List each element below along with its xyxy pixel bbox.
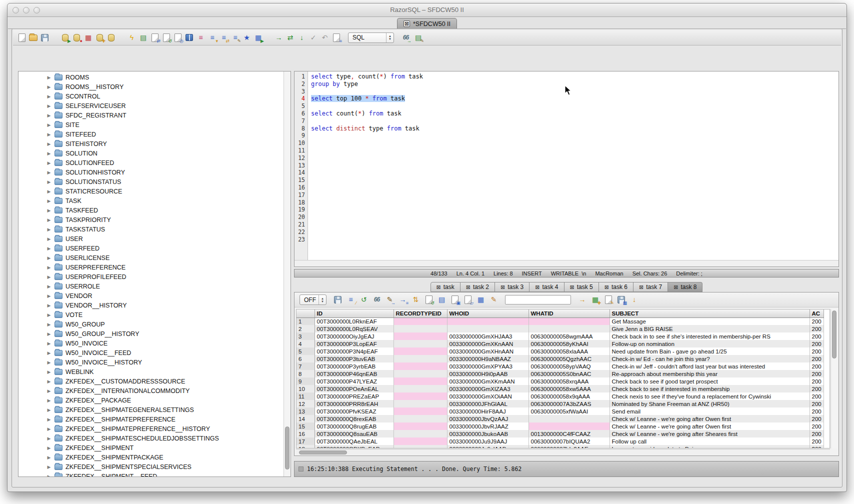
cell-id[interactable]: 00T3000000P46qnEAB [314, 370, 394, 378]
cell-recordtypeid[interactable] [394, 362, 447, 370]
tree-item-sfdc-registrant[interactable]: ▶SFDC_REGISTRANT [18, 110, 284, 120]
cell-id[interactable]: 00T3000000PRR8rEAH [314, 400, 394, 408]
expand-arrow-icon[interactable]: ▶ [46, 104, 52, 108]
expand-arrow-icon[interactable]: ▶ [46, 436, 52, 441]
cell-whoid[interactable]: 0033000000GmXHJAA3 [447, 332, 528, 340]
expand-arrow-icon[interactable]: ▶ [46, 75, 52, 80]
cell-rownum[interactable]: 9 [296, 378, 314, 385]
tree-item-zkfedex-internationalcommodity[interactable]: ▶ZKFEDEX__INTERNATIONALCOMMODITY [18, 386, 284, 396]
editor-hscrollbar[interactable] [294, 260, 838, 266]
expand-arrow-icon[interactable]: ▶ [46, 122, 52, 128]
table-row[interactable]: 300T3000000OiyJgEAJ0033000000GmXHJAA3006… [296, 332, 824, 340]
cell-recordtypeid[interactable] [394, 355, 447, 362]
cell-subject[interactable]: Check-in w/ Ed - can he join this year? [610, 355, 810, 362]
expand-arrow-icon[interactable]: ▶ [46, 322, 52, 327]
cell-whoid[interactable]: 0033000000HirF8AAJ [447, 408, 528, 415]
table-row[interactable]: 1100T3000000PREZaEAP0033000000GmXOiAAN00… [296, 392, 824, 400]
tree-item-zkfedex-shipment[interactable]: ▶ZKFEDEX__SHIPMENT [18, 443, 284, 452]
tree-item-zkfedex-shipmatepreference-history[interactable]: ▶ZKFEDEX__SHIPMATEPREFERENCE__HISTORY [18, 424, 284, 434]
tree-item-zkfedex-shipmatescheduledjobssettings[interactable]: ▶ZKFEDEX__SHIPMATESCHEDULEDJOBSSETTINGS [18, 434, 284, 443]
cell-whatid[interactable]: 006300000058yKhAAI [528, 340, 610, 348]
sort-filter-icon[interactable]: ≡∕ [346, 295, 356, 304]
cell-recordtypeid[interactable] [394, 415, 447, 422]
cell-whoid[interactable] [447, 325, 528, 332]
tree-item-w50-invoice-feed[interactable]: ▶W50_INVOICE__FEED [18, 348, 284, 358]
expand-arrow-icon[interactable]: ▶ [46, 332, 52, 336]
table-row[interactable]: 700T3000000P3yrbEAB0033000000GmXPYAA3006… [296, 362, 824, 370]
cell-recordtypeid[interactable] [394, 430, 447, 438]
expand-arrow-icon[interactable]: ▶ [46, 408, 52, 412]
execute-sql-icon[interactable]: ϟ [127, 33, 136, 42]
cell-id[interactable]: 00T3000000P3LopEAF [314, 340, 394, 348]
cell-whoid[interactable]: 0033000000GmXKnAAN [447, 340, 528, 348]
tree-item-zkfedex-shipmategeneralsettings[interactable]: ▶ZKFEDEX__SHIPMATEGENERALSETTINGS [18, 405, 284, 414]
cell-rownum[interactable]: 3 [296, 332, 314, 340]
grid-hscrollbar[interactable] [296, 449, 830, 456]
edit-results-icon[interactable]: ▤ [138, 33, 148, 42]
tree-item-zkfedex-shipment-feed[interactable]: ▶ZKFEDEX__SHIPMENT__FEED [18, 472, 284, 477]
cell-id[interactable]: 00T3000000P3yrbEAB [314, 362, 394, 370]
cell-ac[interactable]: 200 [810, 445, 824, 448]
disconnect-db-icon[interactable]: ● [72, 33, 82, 42]
cell-recordtypeid[interactable] [394, 332, 447, 340]
expand-arrow-icon[interactable]: ▶ [46, 84, 52, 90]
tree-item-vendor[interactable]: ▶VENDOR [18, 291, 284, 300]
refresh-query-icon[interactable]: ↺ [162, 33, 171, 42]
tree-item-w50-group[interactable]: ▶W50_GROUP [18, 320, 284, 329]
cell-rownum[interactable]: 15 [296, 422, 314, 430]
tree-item-rooms-history[interactable]: ▶ROOMS__HISTORY [18, 82, 284, 92]
cell-ac[interactable]: 200 [810, 400, 824, 408]
expand-arrow-icon[interactable]: ▶ [46, 170, 52, 175]
cell-rownum[interactable]: 16 [296, 430, 314, 438]
expand-arrow-icon[interactable]: ▶ [46, 142, 52, 146]
cell-recordtypeid[interactable] [394, 400, 447, 408]
highlight-icon[interactable]: ✎ [489, 295, 498, 304]
expand-arrow-icon[interactable]: ▶ [46, 388, 52, 394]
tree-item-w50-group-history[interactable]: ▶W50_GROUP__HISTORY [18, 329, 284, 338]
tree-item-solutionhistory[interactable]: ▶SOLUTIONHISTORY [18, 168, 284, 177]
cell-subject[interactable]: Re-approach about membership this year [610, 370, 810, 378]
cell-rownum[interactable]: 17 [296, 438, 314, 445]
cell-ac[interactable]: 200 [810, 415, 824, 422]
cell-whatid[interactable] [528, 325, 610, 332]
save-results-icon[interactable] [333, 295, 342, 304]
cell-ac[interactable]: 200 [810, 370, 824, 378]
result-tab-task[interactable]: ⊠task [430, 282, 460, 292]
column-header-id[interactable]: ID [314, 310, 394, 318]
tree-item-task[interactable]: ▶TASK [18, 196, 284, 206]
cell-subject[interactable]: Check w/ Leanne - we're going after Owen… [610, 422, 810, 430]
export-grid-icon[interactable]: ▦✚ [590, 295, 600, 304]
tree-item-zkfedex-shipmatepreference[interactable]: ▶ZKFEDEX__SHIPMATEPREFERENCE [18, 414, 284, 424]
undo-icon[interactable]: ↶ [320, 33, 330, 42]
tree-item-rooms[interactable]: ▶ROOMS [18, 72, 284, 82]
cell-subject[interactable]: Get Massage [610, 318, 810, 325]
cell-rownum[interactable]: 14 [296, 415, 314, 422]
tree-item-userprofilefeed[interactable]: ▶USERPROFILEFEED [18, 272, 284, 282]
expand-arrow-icon[interactable]: ▶ [46, 464, 52, 470]
cell-whoid[interactable]: 0033000000H9i0pAAB [447, 370, 528, 378]
cell-recordtypeid[interactable] [394, 392, 447, 400]
expand-arrow-icon[interactable]: ▶ [46, 312, 52, 318]
expand-arrow-icon[interactable]: ▶ [46, 446, 52, 450]
tree-item-taskstatus[interactable]: ▶TASKSTATUS [18, 224, 284, 234]
expand-arrow-icon[interactable]: ▶ [46, 379, 52, 384]
cell-ac[interactable]: 200 [810, 392, 824, 400]
expand-arrow-icon[interactable]: ▶ [46, 370, 52, 374]
cell-recordtypeid[interactable] [394, 438, 447, 445]
cell-subject[interactable]: Check nexis to see if they've found a re… [610, 392, 810, 400]
expand-arrow-icon[interactable]: ▶ [46, 246, 52, 251]
validate-icon[interactable]: ✓ [308, 33, 318, 42]
edit-sql-icon[interactable]: ≡✎ [230, 33, 240, 42]
cell-whatid[interactable]: 006300000058xw5AAA [528, 385, 610, 392]
result-tab-task-7[interactable]: ⊠task 7 [634, 282, 668, 292]
expand-arrow-icon[interactable]: ▶ [46, 132, 52, 137]
cell-ac[interactable]: 200 [810, 422, 824, 430]
select-stepper-icon[interactable]: ▲▼ [386, 33, 394, 42]
grid-hscrollbar-thumb[interactable] [299, 450, 347, 454]
cell-ac[interactable]: 200 [810, 348, 824, 355]
expand-arrow-icon[interactable]: ▶ [46, 189, 52, 194]
cell-id[interactable]: 00T3000000PfvKSEAZ [314, 408, 394, 415]
cell-whatid[interactable]: 0013000000C4fFCAAZ [528, 430, 610, 438]
table-row[interactable]: 800T3000000P46qnEAB0033000000H9i0pAAB006… [296, 370, 824, 378]
cell-subject[interactable]: Follow up call [610, 438, 810, 445]
